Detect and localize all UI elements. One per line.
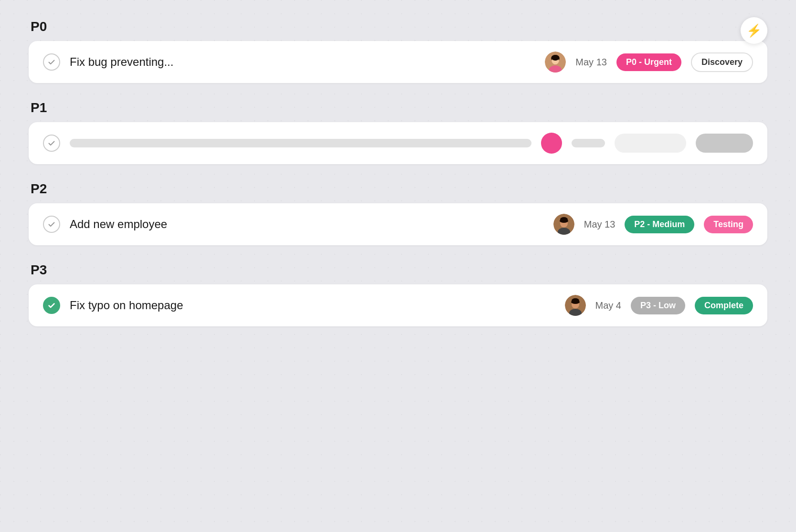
- skeleton-title-p1: [70, 139, 531, 147]
- task-card-p0[interactable]: Fix bug preventing... May 13 P0 - Urgent…: [29, 41, 767, 83]
- section-p3: P3 Fix typo on homepage May 4 P3 - Low C…: [29, 262, 767, 326]
- date-p0: May 13: [575, 57, 607, 68]
- lightning-button[interactable]: ⚡: [741, 17, 767, 44]
- avatar-p3: [565, 295, 586, 316]
- skeleton-avatar-p1: [541, 133, 562, 154]
- section-p0: P0 Fix bug preventing... May 13 P0 - Urg…: [29, 19, 767, 83]
- task-card-p2[interactable]: Add new employee May 13 P2 - Medium Test…: [29, 203, 767, 245]
- svg-point-5: [552, 55, 559, 61]
- check-icon-p3: [47, 301, 56, 310]
- date-p2: May 13: [584, 219, 616, 230]
- skeleton-date-p1: [572, 139, 605, 147]
- task-card-p3[interactable]: Fix typo on homepage May 4 P3 - Low Comp…: [29, 284, 767, 326]
- task-title-p0: Fix bug preventing...: [70, 55, 535, 69]
- section-p2: P2 Add new employee May 13 P2 - Medium T…: [29, 181, 767, 245]
- check-icon-p0: [47, 58, 56, 66]
- svg-point-17: [571, 300, 580, 304]
- check-circle-p2[interactable]: [43, 216, 60, 233]
- status-badge-p2[interactable]: Testing: [704, 216, 753, 233]
- section-label-p2: P2: [29, 181, 767, 197]
- task-title-p3: Fix typo on homepage: [70, 299, 555, 312]
- check-circle-p3[interactable]: [43, 297, 60, 314]
- task-title-p2: Add new employee: [70, 218, 544, 231]
- check-circle-p0[interactable]: [43, 53, 60, 71]
- section-label-p1: P1: [29, 100, 767, 115]
- skeleton-status-p1: [696, 134, 753, 153]
- avatar-p2: [553, 214, 574, 235]
- section-p1: P1: [29, 100, 767, 164]
- status-badge-p3[interactable]: Complete: [695, 297, 753, 314]
- check-icon-p1: [47, 139, 56, 147]
- priority-badge-p0[interactable]: P0 - Urgent: [616, 53, 681, 71]
- date-p3: May 4: [595, 300, 621, 311]
- task-card-p1[interactable]: [29, 122, 767, 164]
- svg-point-11: [560, 219, 568, 223]
- check-circle-p1[interactable]: [43, 135, 60, 152]
- priority-badge-p3[interactable]: P3 - Low: [631, 297, 685, 314]
- check-icon-p2: [47, 220, 56, 229]
- lightning-icon: ⚡: [746, 23, 762, 38]
- priority-badge-p2[interactable]: P2 - Medium: [625, 216, 694, 233]
- section-label-p3: P3: [29, 262, 767, 278]
- section-label-p0: P0: [29, 19, 767, 34]
- skeleton-priority-p1: [615, 134, 686, 153]
- avatar-p0: [545, 52, 566, 73]
- status-badge-p0[interactable]: Discovery: [691, 52, 753, 72]
